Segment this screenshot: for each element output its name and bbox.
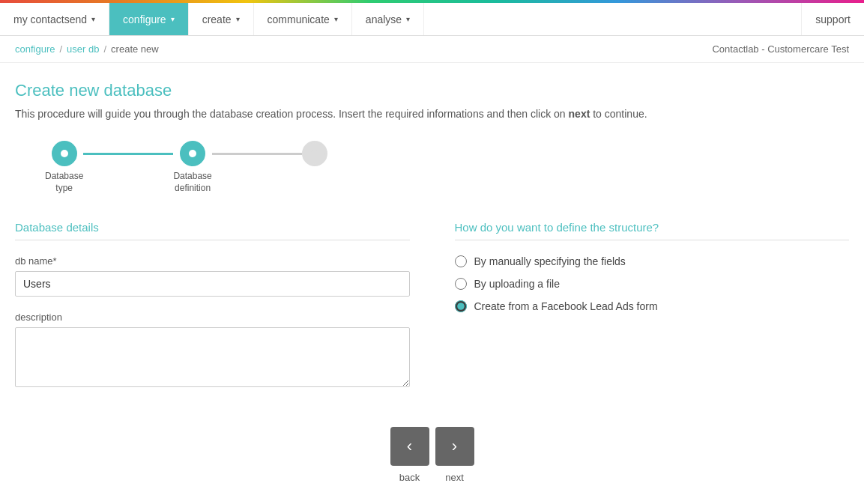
page-content: Create new database This procedure will … (0, 63, 864, 501)
breadcrumb-sep-2: / (103, 43, 106, 55)
chevron-down-icon: ▾ (171, 15, 175, 23)
breadcrumb-configure[interactable]: configure (15, 43, 55, 55)
radio-manually-label: By manually specifying the fields (474, 255, 626, 267)
db-details-title: Database details (15, 221, 410, 240)
step-line-2 (212, 153, 302, 155)
breadcrumb-user-db[interactable]: user db (67, 43, 99, 55)
nav-label: create (202, 13, 232, 25)
step-3 (302, 141, 327, 171)
next-label: next (435, 472, 474, 483)
step-circle-1 (52, 141, 77, 166)
structure-title: How do you want to define the structure? (455, 221, 850, 240)
two-col-layout: Database details db name* description Ho… (15, 221, 849, 389)
radio-option-manually[interactable]: By manually specifying the fields (455, 255, 850, 267)
breadcrumb-bar: configure / user db / create new Contact… (0, 36, 864, 63)
step-connector-2 (212, 153, 302, 155)
subtitle-post: to continue. (590, 108, 647, 120)
step-label-1: Databasetype (45, 171, 83, 194)
step-label-2: Databasedefinition (173, 171, 211, 194)
radio-facebook-label: Create from a Facebook Lead Ads form (474, 300, 658, 312)
chevron-down-icon: ▾ (334, 15, 338, 23)
breadcrumb-sep-1: / (59, 43, 62, 55)
action-buttons: ‹ › (390, 427, 474, 466)
nav-my-contactsend[interactable]: my contactsend ▾ (0, 3, 109, 35)
radio-facebook[interactable] (455, 300, 467, 312)
step-dot-1 (61, 150, 68, 157)
nav-label: support (815, 13, 851, 25)
page-subtitle: This procedure will guide you through th… (15, 108, 849, 120)
nav-configure[interactable]: configure ▾ (109, 3, 189, 35)
subtitle-bold: next (569, 108, 590, 120)
radio-upload-label: By uploading a file (474, 278, 560, 290)
subtitle-text: This procedure will guide you through th… (15, 108, 569, 120)
step-connector-1 (83, 153, 173, 155)
back-label: back (390, 472, 429, 483)
step-line-1 (83, 153, 173, 155)
breadcrumb: configure / user db / create new (15, 43, 159, 55)
action-labels: back next (390, 472, 474, 483)
org-name: Contactlab - Customercare Test (712, 43, 849, 55)
next-button[interactable]: › (435, 427, 474, 466)
description-input[interactable] (15, 327, 410, 387)
db-name-label: db name* (15, 255, 410, 267)
step-dot-2 (189, 150, 196, 157)
top-nav: my contactsend ▾ configure ▾ create ▾ co… (0, 3, 864, 36)
right-col: How do you want to define the structure?… (455, 221, 850, 389)
page-title: Create new database (15, 81, 849, 100)
radio-upload[interactable] (455, 278, 467, 290)
back-button[interactable]: ‹ (390, 427, 429, 466)
bottom-actions: ‹ › back next (15, 427, 849, 483)
nav-create[interactable]: create ▾ (189, 3, 254, 35)
nav-label: configure (123, 13, 166, 25)
radio-manually[interactable] (455, 255, 467, 267)
db-name-input[interactable] (15, 271, 410, 297)
nav-analyse[interactable]: analyse ▾ (352, 3, 424, 35)
radio-option-upload[interactable]: By uploading a file (455, 278, 850, 290)
nav-label: analyse (366, 13, 402, 25)
chevron-down-icon: ▾ (406, 15, 410, 23)
nav-support[interactable]: support (801, 3, 864, 35)
step-1: Databasetype (45, 141, 83, 194)
step-circle-2 (180, 141, 205, 166)
nav-label: communicate (268, 13, 330, 25)
description-label: description (15, 312, 410, 323)
step-dot-3 (311, 150, 318, 157)
radio-option-facebook[interactable]: Create from a Facebook Lead Ads form (455, 300, 850, 312)
nav-label: my contactsend (13, 13, 87, 25)
chevron-down-icon: ▾ (91, 15, 95, 23)
step-2: Databasedefinition (173, 141, 211, 194)
left-col: Database details db name* description (15, 221, 410, 389)
stepper: Databasetype Databasedefinition (15, 141, 849, 194)
breadcrumb-current: create new (111, 43, 159, 55)
nav-communicate[interactable]: communicate ▾ (254, 3, 352, 35)
chevron-down-icon: ▾ (236, 15, 240, 23)
step-circle-3 (302, 141, 327, 166)
